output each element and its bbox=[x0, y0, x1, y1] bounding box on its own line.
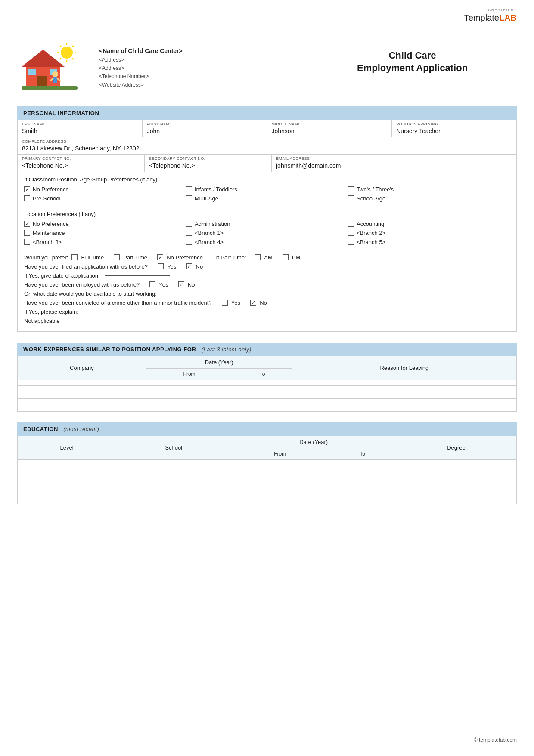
work-from-header: From bbox=[146, 368, 233, 380]
personal-info-header: PERSONAL INFORMATION bbox=[17, 106, 517, 120]
work-experience-table: Company Date (Year) Reason for Leaving F… bbox=[17, 356, 517, 412]
checkbox-branch5[interactable] bbox=[348, 239, 354, 245]
title-area: Child Care Employment Application bbox=[308, 43, 517, 74]
org-name: <Name of Child Care Center> bbox=[99, 47, 308, 54]
work-reason-cell bbox=[292, 385, 516, 398]
work-company-cell bbox=[18, 385, 146, 398]
location-branch4[interactable]: <Branch 4> bbox=[186, 239, 348, 245]
location-maintenance[interactable]: Maintenance bbox=[24, 230, 186, 236]
location-branch2[interactable]: <Branch 2> bbox=[348, 230, 510, 236]
convicted-q: Have you ever been convicted of a crime … bbox=[24, 300, 212, 306]
checkbox-nopref-time[interactable] bbox=[157, 254, 163, 260]
edu-to-cell bbox=[329, 465, 396, 478]
work-from-cell bbox=[146, 385, 233, 398]
location-branch5[interactable]: <Branch 5> bbox=[348, 239, 510, 245]
work-company-cell bbox=[18, 398, 146, 411]
svg-line-7 bbox=[72, 46, 74, 47]
explain-label-line: If Yes, please explain: bbox=[24, 309, 510, 315]
location-branch1-label: <Branch 1> bbox=[195, 230, 224, 236]
first-name-cell: FIRST NAME John bbox=[143, 120, 267, 137]
checkbox-loc-no-pref[interactable] bbox=[24, 221, 30, 227]
edu-table-row bbox=[18, 478, 517, 491]
work-from-cell bbox=[146, 398, 233, 411]
svg-rect-11 bbox=[37, 76, 47, 88]
brand-header: CREATED BY TemplateLAB bbox=[464, 8, 517, 23]
location-accounting[interactable]: Accounting bbox=[348, 221, 510, 227]
checkbox-maintenance[interactable] bbox=[24, 230, 30, 236]
classroom-row-1: No Preference Infants / Toddlers Two's /… bbox=[24, 186, 510, 193]
checkbox-multi-age[interactable] bbox=[186, 195, 192, 201]
work-company-header: Company bbox=[18, 356, 146, 380]
logo-template: Template bbox=[464, 13, 499, 22]
logo-lab: LAB bbox=[499, 13, 517, 22]
checkbox-filed-yes[interactable] bbox=[158, 263, 164, 269]
location-row-3: <Branch 3> <Branch 4> <Branch 5> bbox=[24, 239, 510, 245]
middle-name-value: Johnson bbox=[272, 128, 388, 134]
edu-to-header: To bbox=[329, 448, 396, 459]
edu-degree-cell bbox=[396, 459, 517, 465]
footer: © templatelab.com bbox=[474, 737, 517, 743]
edu-to-cell bbox=[329, 478, 396, 491]
edu-level-cell bbox=[18, 491, 116, 504]
location-admin[interactable]: Administration bbox=[186, 221, 348, 227]
date-underline bbox=[105, 275, 170, 276]
if-part-time-label: If Part Time: bbox=[216, 254, 246, 261]
prefer-line: Would you prefer: Full Time Part Time No… bbox=[24, 254, 510, 261]
classroom-school-age[interactable]: School-Age bbox=[348, 195, 510, 202]
work-experience-header: WORK EXPERENCES SIMILAR TO POSITION APPL… bbox=[17, 343, 517, 356]
work-table-header-row1: Company Date (Year) Reason for Leaving bbox=[18, 356, 517, 368]
start-date-line: On what date would you be available to s… bbox=[24, 291, 510, 297]
classroom-twos-threes-label: Two's / Three's bbox=[357, 186, 394, 193]
edu-from-cell bbox=[231, 465, 329, 478]
footer-text: © templatelab.com bbox=[474, 737, 517, 743]
checkbox-twos-threes[interactable] bbox=[348, 186, 354, 192]
checkbox-infants[interactable] bbox=[186, 186, 192, 192]
checkbox-branch2[interactable] bbox=[348, 230, 354, 236]
edu-level-cell bbox=[18, 459, 116, 465]
location-branch1[interactable]: <Branch 1> bbox=[186, 230, 348, 236]
checkbox-no-pref[interactable] bbox=[24, 186, 30, 192]
last-name-cell: LAST NAME Smith bbox=[18, 120, 143, 137]
classroom-no-pref[interactable]: No Preference bbox=[24, 186, 186, 193]
checkbox-branch1[interactable] bbox=[186, 230, 192, 236]
classroom-twos-threes[interactable]: Two's / Three's bbox=[348, 186, 510, 193]
checkbox-pm[interactable] bbox=[283, 254, 289, 260]
edu-from-header: From bbox=[231, 448, 329, 459]
svg-line-6 bbox=[72, 58, 74, 59]
checkbox-fulltime[interactable] bbox=[71, 254, 78, 260]
checkbox-accounting[interactable] bbox=[348, 221, 354, 227]
checkbox-parttime[interactable] bbox=[114, 254, 120, 260]
classroom-infants-label: Infants / Toddlers bbox=[195, 186, 237, 193]
page: CREATED BY TemplateLAB bbox=[0, 0, 534, 756]
pm-label: PM bbox=[292, 254, 301, 261]
am-label: AM bbox=[264, 254, 273, 261]
checkbox-admin[interactable] bbox=[186, 221, 192, 227]
position-label: POSITION APPLYING bbox=[396, 122, 512, 126]
checkbox-employed-no[interactable] bbox=[178, 281, 184, 287]
checkbox-convicted-yes[interactable] bbox=[222, 300, 228, 306]
checkbox-preschool[interactable] bbox=[24, 195, 30, 201]
classroom-multi-age-label: Multi-Age bbox=[195, 195, 218, 202]
org-phone: <Telephone Number> bbox=[99, 72, 308, 81]
edu-from-cell bbox=[231, 478, 329, 491]
email-value: johnsmith@domain.com bbox=[276, 162, 512, 169]
edu-school-cell bbox=[116, 491, 231, 504]
checkbox-branch4[interactable] bbox=[186, 239, 192, 245]
checkbox-convicted-no[interactable] bbox=[250, 300, 256, 306]
location-no-pref[interactable]: No Preference bbox=[24, 221, 186, 227]
classroom-multi-age[interactable]: Multi-Age bbox=[186, 195, 348, 202]
location-row-1: No Preference Administration Accounting bbox=[24, 221, 510, 227]
classroom-preschool[interactable]: Pre-School bbox=[24, 195, 186, 202]
edu-to-cell bbox=[329, 459, 396, 465]
checkbox-branch3[interactable] bbox=[24, 239, 30, 245]
fulltime-label: Full Time bbox=[81, 254, 104, 261]
created-by-label: CREATED BY bbox=[464, 8, 517, 12]
work-from-cell bbox=[146, 380, 233, 385]
checkbox-filed-no[interactable] bbox=[186, 263, 192, 269]
classroom-infants[interactable]: Infants / Toddlers bbox=[186, 186, 348, 193]
checkbox-school-age[interactable] bbox=[348, 195, 354, 201]
location-branch3[interactable]: <Branch 3> bbox=[24, 239, 186, 245]
checkbox-am[interactable] bbox=[255, 254, 261, 260]
checkbox-employed-yes[interactable] bbox=[149, 281, 155, 287]
education-table: Level School Date (Year) Degree From To bbox=[17, 436, 517, 504]
